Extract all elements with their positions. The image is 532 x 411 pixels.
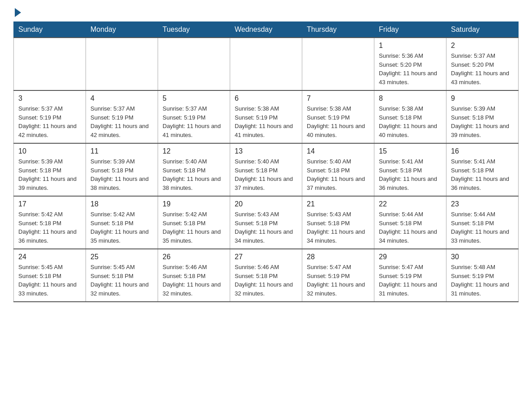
- calendar-header-sunday: Sunday: [14, 22, 86, 38]
- day-info: Sunrise: 5:42 AMSunset: 5:18 PMDaylight:…: [18, 210, 81, 245]
- day-number: 17: [18, 200, 81, 208]
- day-info: Sunrise: 5:40 AMSunset: 5:18 PMDaylight:…: [235, 157, 297, 192]
- logo: [13, 9, 21, 13]
- day-info: Sunrise: 5:41 AMSunset: 5:18 PMDaylight:…: [451, 157, 514, 192]
- calendar-table: SundayMondayTuesdayWednesdayThursdayFrid…: [13, 21, 519, 302]
- calendar-cell: 3Sunrise: 5:37 AMSunset: 5:19 PMDaylight…: [14, 90, 86, 143]
- day-number: 1: [379, 42, 442, 50]
- calendar-cell: 28Sunrise: 5:47 AMSunset: 5:19 PMDayligh…: [302, 249, 374, 302]
- day-info: Sunrise: 5:44 AMSunset: 5:18 PMDaylight:…: [379, 210, 442, 245]
- calendar-cell: [230, 38, 302, 90]
- logo-triangle-icon: [15, 8, 21, 17]
- calendar-week-row: 24Sunrise: 5:45 AMSunset: 5:18 PMDayligh…: [14, 249, 519, 302]
- day-info: Sunrise: 5:40 AMSunset: 5:18 PMDaylight:…: [307, 157, 369, 192]
- day-number: 18: [90, 200, 153, 208]
- calendar-cell: 27Sunrise: 5:46 AMSunset: 5:18 PMDayligh…: [230, 249, 302, 302]
- calendar-cell: 26Sunrise: 5:46 AMSunset: 5:18 PMDayligh…: [158, 249, 230, 302]
- calendar-cell: 17Sunrise: 5:42 AMSunset: 5:18 PMDayligh…: [14, 196, 86, 249]
- page-header: [13, 9, 519, 13]
- day-number: 13: [235, 147, 297, 155]
- day-number: 19: [163, 200, 225, 208]
- calendar-cell: 6Sunrise: 5:38 AMSunset: 5:19 PMDaylight…: [230, 90, 302, 143]
- calendar-cell: 23Sunrise: 5:44 AMSunset: 5:18 PMDayligh…: [446, 196, 519, 249]
- calendar-cell: 20Sunrise: 5:43 AMSunset: 5:18 PMDayligh…: [230, 196, 302, 249]
- day-number: 14: [307, 147, 369, 155]
- day-info: Sunrise: 5:39 AMSunset: 5:18 PMDaylight:…: [18, 157, 81, 192]
- calendar-week-row: 3Sunrise: 5:37 AMSunset: 5:19 PMDaylight…: [14, 90, 519, 143]
- day-info: Sunrise: 5:48 AMSunset: 5:19 PMDaylight:…: [451, 263, 514, 298]
- calendar-week-row: 1Sunrise: 5:36 AMSunset: 5:20 PMDaylight…: [14, 38, 519, 90]
- calendar-header-wednesday: Wednesday: [230, 22, 302, 38]
- calendar-cell: 1Sunrise: 5:36 AMSunset: 5:20 PMDaylight…: [374, 38, 446, 90]
- calendar-header-thursday: Thursday: [302, 22, 374, 38]
- day-info: Sunrise: 5:37 AMSunset: 5:19 PMDaylight:…: [163, 104, 225, 139]
- calendar-cell: [86, 38, 158, 90]
- day-number: 29: [379, 253, 442, 261]
- day-number: 30: [451, 253, 514, 261]
- day-info: Sunrise: 5:47 AMSunset: 5:19 PMDaylight:…: [307, 263, 369, 298]
- day-number: 27: [235, 253, 297, 261]
- day-info: Sunrise: 5:38 AMSunset: 5:19 PMDaylight:…: [307, 104, 369, 139]
- day-info: Sunrise: 5:42 AMSunset: 5:18 PMDaylight:…: [163, 210, 225, 245]
- calendar-cell: 10Sunrise: 5:39 AMSunset: 5:18 PMDayligh…: [14, 143, 86, 196]
- calendar-cell: 15Sunrise: 5:41 AMSunset: 5:18 PMDayligh…: [374, 143, 446, 196]
- day-info: Sunrise: 5:38 AMSunset: 5:19 PMDaylight:…: [235, 104, 297, 139]
- day-info: Sunrise: 5:42 AMSunset: 5:18 PMDaylight:…: [90, 210, 153, 245]
- day-number: 26: [163, 253, 225, 261]
- day-info: Sunrise: 5:38 AMSunset: 5:18 PMDaylight:…: [379, 104, 442, 139]
- day-number: 21: [307, 200, 369, 208]
- calendar-cell: 21Sunrise: 5:43 AMSunset: 5:18 PMDayligh…: [302, 196, 374, 249]
- day-number: 9: [451, 94, 514, 103]
- calendar-cell: 19Sunrise: 5:42 AMSunset: 5:18 PMDayligh…: [158, 196, 230, 249]
- day-number: 20: [235, 200, 297, 208]
- day-info: Sunrise: 5:40 AMSunset: 5:18 PMDaylight:…: [163, 157, 225, 192]
- calendar-header-saturday: Saturday: [446, 22, 519, 38]
- day-info: Sunrise: 5:44 AMSunset: 5:18 PMDaylight:…: [451, 210, 514, 245]
- calendar-cell: 9Sunrise: 5:39 AMSunset: 5:18 PMDaylight…: [446, 90, 519, 143]
- day-number: 2: [451, 42, 514, 50]
- day-number: 25: [90, 253, 153, 261]
- calendar-cell: [14, 38, 86, 90]
- calendar-week-row: 17Sunrise: 5:42 AMSunset: 5:18 PMDayligh…: [14, 196, 519, 249]
- day-number: 22: [379, 200, 442, 208]
- calendar-cell: 24Sunrise: 5:45 AMSunset: 5:18 PMDayligh…: [14, 249, 86, 302]
- day-number: 7: [307, 94, 369, 103]
- calendar-cell: 18Sunrise: 5:42 AMSunset: 5:18 PMDayligh…: [86, 196, 158, 249]
- day-info: Sunrise: 5:37 AMSunset: 5:19 PMDaylight:…: [90, 104, 153, 139]
- day-info: Sunrise: 5:37 AMSunset: 5:19 PMDaylight:…: [18, 104, 81, 139]
- calendar-cell: 11Sunrise: 5:39 AMSunset: 5:18 PMDayligh…: [86, 143, 158, 196]
- day-number: 24: [18, 253, 81, 261]
- day-info: Sunrise: 5:46 AMSunset: 5:18 PMDaylight:…: [163, 263, 225, 298]
- day-info: Sunrise: 5:41 AMSunset: 5:18 PMDaylight:…: [379, 157, 442, 192]
- calendar-cell: [158, 38, 230, 90]
- day-info: Sunrise: 5:43 AMSunset: 5:18 PMDaylight:…: [235, 210, 297, 245]
- day-info: Sunrise: 5:39 AMSunset: 5:18 PMDaylight:…: [451, 104, 514, 139]
- calendar-header-row: SundayMondayTuesdayWednesdayThursdayFrid…: [14, 22, 519, 38]
- day-number: 3: [18, 94, 81, 103]
- calendar-cell: 16Sunrise: 5:41 AMSunset: 5:18 PMDayligh…: [446, 143, 519, 196]
- calendar-header-tuesday: Tuesday: [158, 22, 230, 38]
- day-info: Sunrise: 5:43 AMSunset: 5:18 PMDaylight:…: [307, 210, 369, 245]
- day-number: 15: [379, 147, 442, 155]
- day-number: 8: [379, 94, 442, 103]
- calendar-cell: 2Sunrise: 5:37 AMSunset: 5:20 PMDaylight…: [446, 38, 519, 90]
- day-info: Sunrise: 5:47 AMSunset: 5:19 PMDaylight:…: [379, 263, 442, 298]
- calendar-cell: 12Sunrise: 5:40 AMSunset: 5:18 PMDayligh…: [158, 143, 230, 196]
- day-number: 11: [90, 147, 153, 155]
- calendar-cell: 14Sunrise: 5:40 AMSunset: 5:18 PMDayligh…: [302, 143, 374, 196]
- day-number: 6: [235, 94, 297, 103]
- calendar-header-monday: Monday: [86, 22, 158, 38]
- day-info: Sunrise: 5:46 AMSunset: 5:18 PMDaylight:…: [235, 263, 297, 298]
- day-info: Sunrise: 5:45 AMSunset: 5:18 PMDaylight:…: [18, 263, 81, 298]
- calendar-cell: 4Sunrise: 5:37 AMSunset: 5:19 PMDaylight…: [86, 90, 158, 143]
- calendar-cell: 5Sunrise: 5:37 AMSunset: 5:19 PMDaylight…: [158, 90, 230, 143]
- calendar-cell: 30Sunrise: 5:48 AMSunset: 5:19 PMDayligh…: [446, 249, 519, 302]
- calendar-cell: 8Sunrise: 5:38 AMSunset: 5:18 PMDaylight…: [374, 90, 446, 143]
- day-number: 28: [307, 253, 369, 261]
- calendar-cell: 29Sunrise: 5:47 AMSunset: 5:19 PMDayligh…: [374, 249, 446, 302]
- day-number: 10: [18, 147, 81, 155]
- calendar-cell: 25Sunrise: 5:45 AMSunset: 5:18 PMDayligh…: [86, 249, 158, 302]
- day-number: 5: [163, 94, 225, 103]
- day-info: Sunrise: 5:39 AMSunset: 5:18 PMDaylight:…: [90, 157, 153, 192]
- calendar-week-row: 10Sunrise: 5:39 AMSunset: 5:18 PMDayligh…: [14, 143, 519, 196]
